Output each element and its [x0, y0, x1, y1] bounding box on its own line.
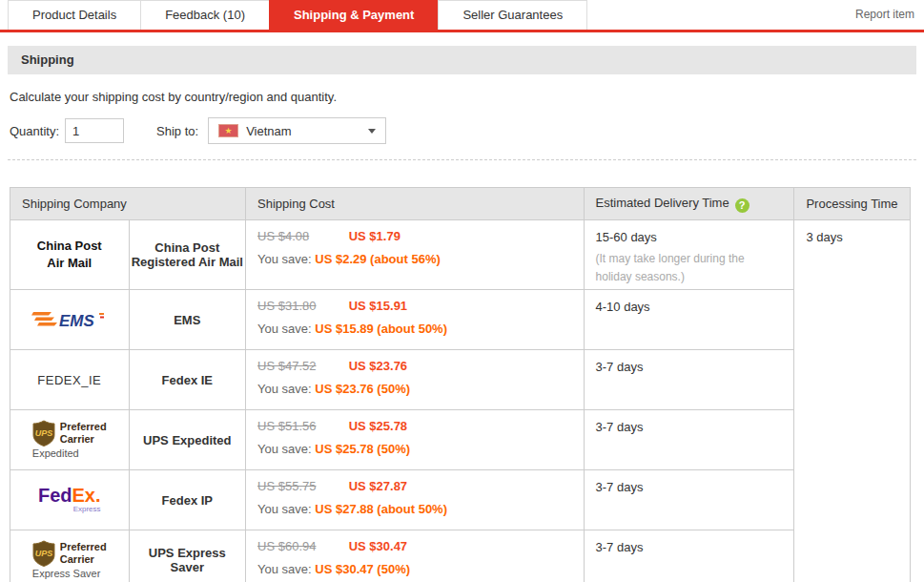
delivery-time-cell: 15-60 days (It may take longer during th…: [584, 220, 794, 290]
tab-shipping-payment[interactable]: Shipping & Payment: [269, 0, 439, 30]
fedex-ie-logo: FEDEX_IE: [12, 373, 127, 387]
delivery-time-cell: 3-7 days: [584, 470, 794, 530]
ups-service-label: Express Saver: [32, 568, 107, 579]
save-amount: US $25.78 (50%): [315, 442, 410, 456]
delivery-time: 3-7 days: [596, 480, 783, 494]
save-label: You save:: [257, 442, 312, 456]
dashed-divider: [8, 159, 916, 160]
ups-title: Preferred Carrier: [60, 421, 107, 446]
carrier-name: Fedex IP: [129, 470, 246, 530]
fedex-fed-text: Fed: [38, 485, 72, 506]
header-delivery-time: Estimated Delivery Time?: [584, 188, 794, 220]
ups-badge-text: UPS: [35, 428, 53, 438]
carrier-name: UPS Expedited: [129, 410, 246, 470]
table-row: FedEx. Express Fedex IP US $55.75 US $27…: [10, 470, 911, 530]
carrier-logo-cell: FedEx. Express: [10, 470, 130, 530]
ship-to-dropdown[interactable]: ★ Vietnam: [208, 117, 386, 144]
tab-bar: Product Details Feedback (10) Shipping &…: [0, 0, 924, 32]
processing-time-cell: 3 days: [794, 220, 911, 582]
save-label: You save:: [257, 562, 312, 576]
ups-title-line2: Carrier: [60, 433, 107, 446]
china-post-logo-line2: Air Mail: [12, 255, 127, 272]
save-label: You save:: [257, 322, 312, 336]
shipping-description: Calculate your shipping cost by country/…: [10, 90, 924, 104]
save-label: You save:: [257, 252, 312, 266]
table-row: China Post Air Mail China Post Registere…: [10, 220, 911, 290]
help-question-icon[interactable]: ?: [735, 198, 749, 213]
ship-to-label: Ship to:: [156, 124, 198, 138]
original-price: US $55.75: [257, 479, 345, 493]
ups-logo: UPS Preferred Carrier Express Saver: [32, 540, 107, 579]
carrier-name: EMS: [129, 290, 246, 350]
save-amount: US $27.88 (about 50%): [315, 502, 447, 516]
report-item-link[interactable]: Report item: [855, 8, 914, 21]
ship-to-value: Vietnam: [246, 124, 291, 138]
shipping-options-table: Shipping Company Shipping Cost Estimated…: [10, 187, 911, 582]
sale-price: US $30.47: [349, 539, 407, 553]
table-row: EMS EMS US $31.80 US $15.91 You save: US…: [10, 290, 911, 350]
shipping-cost-cell: US $60.94 US $30.47 You save: US $30.47 …: [246, 530, 584, 582]
delivery-time-cell: 3-7 days: [584, 350, 794, 410]
flag-star: ★: [225, 127, 233, 135]
header-shipping-cost: Shipping Cost: [246, 188, 584, 220]
carrier-logo-cell: UPS Preferred Carrier Express Saver: [10, 530, 130, 582]
sale-price: US $27.87: [349, 479, 407, 493]
ups-title: Preferred Carrier: [60, 541, 107, 566]
table-row: UPS Preferred Carrier Expedited UPS Expe…: [10, 410, 911, 470]
original-price: US $31.80: [257, 299, 345, 313]
ems-logo: EMS: [12, 308, 127, 331]
shipping-cost-cell: US $31.80 US $15.91 You save: US $15.89 …: [246, 290, 584, 350]
section-title: Shipping: [21, 52, 74, 67]
quantity-label: Quantity:: [10, 124, 59, 138]
table-header-row: Shipping Company Shipping Cost Estimated…: [10, 188, 911, 220]
fedex-ex-text: Ex: [72, 485, 95, 506]
chevron-down-icon: [368, 129, 376, 134]
delivery-time-cell: 3-7 days: [584, 530, 794, 582]
save-amount: US $15.89 (about 50%): [315, 322, 447, 336]
original-price: US $4.08: [257, 229, 345, 243]
shipping-section-header: Shipping: [8, 46, 916, 74]
tab-seller-guarantees[interactable]: Seller Guarantees: [438, 0, 587, 30]
carrier-name: China Post Registered Air Mail: [129, 220, 246, 290]
carrier-name: UPS Express Saver: [129, 530, 246, 582]
shipping-cost-cell: US $4.08 US $1.79 You save: US $2.29 (ab…: [246, 220, 584, 290]
header-delivery-label: Estimated Delivery Time: [596, 196, 729, 210]
fedex-logo: FedEx. Express: [38, 486, 101, 513]
shipping-cost-cell: US $55.75 US $27.87 You save: US $27.88 …: [246, 470, 584, 530]
delivery-time: 4-10 days: [596, 300, 783, 314]
shipping-cost-cell: US $51.56 US $25.78 You save: US $25.78 …: [246, 410, 584, 470]
ems-wordmark: EMS: [59, 312, 95, 330]
ups-logo: UPS Preferred Carrier Expedited: [32, 420, 107, 459]
fedex-dot: .: [95, 485, 101, 506]
delivery-time-cell: 3-7 days: [584, 410, 794, 470]
delivery-time: 3-7 days: [596, 540, 783, 554]
table-row: UPS Preferred Carrier Express Saver UPS …: [10, 530, 911, 582]
carrier-name: Fedex IE: [129, 350, 246, 410]
tab-product-details[interactable]: Product Details: [8, 0, 141, 30]
original-price: US $47.52: [257, 359, 345, 373]
delivery-time: 3-7 days: [596, 360, 783, 374]
save-label: You save:: [257, 502, 312, 516]
ups-shield-icon: UPS: [32, 540, 55, 567]
shipping-cost-cell: US $47.52 US $23.76 You save: US $23.76 …: [246, 350, 584, 410]
delivery-time: 15-60 days: [596, 230, 783, 244]
delivery-note: (It may take longer during the holiday s…: [596, 250, 783, 286]
table-row: FEDEX_IE Fedex IE US $47.52 US $23.76 Yo…: [10, 350, 911, 410]
ups-service-label: Expedited: [32, 447, 107, 459]
save-amount: US $30.47 (50%): [315, 562, 410, 576]
original-price: US $60.94: [257, 539, 345, 553]
ups-title-line1: Preferred: [60, 421, 107, 433]
sale-price: US $1.79: [349, 229, 400, 243]
fedex-express-label: Express: [38, 506, 101, 513]
quantity-input[interactable]: [65, 118, 124, 143]
carrier-logo-cell: China Post Air Mail: [10, 220, 130, 290]
ups-badge-text: UPS: [35, 549, 53, 558]
ups-title-line2: Carrier: [60, 553, 107, 566]
original-price: US $51.56: [257, 419, 345, 433]
china-post-logo-line1: China Post: [12, 238, 127, 255]
sale-price: US $15.91: [349, 299, 407, 313]
carrier-logo-cell: EMS: [10, 290, 130, 350]
china-post-logo: China Post Air Mail: [12, 238, 127, 271]
tab-feedback[interactable]: Feedback (10): [140, 0, 270, 30]
save-label: You save:: [257, 382, 312, 396]
